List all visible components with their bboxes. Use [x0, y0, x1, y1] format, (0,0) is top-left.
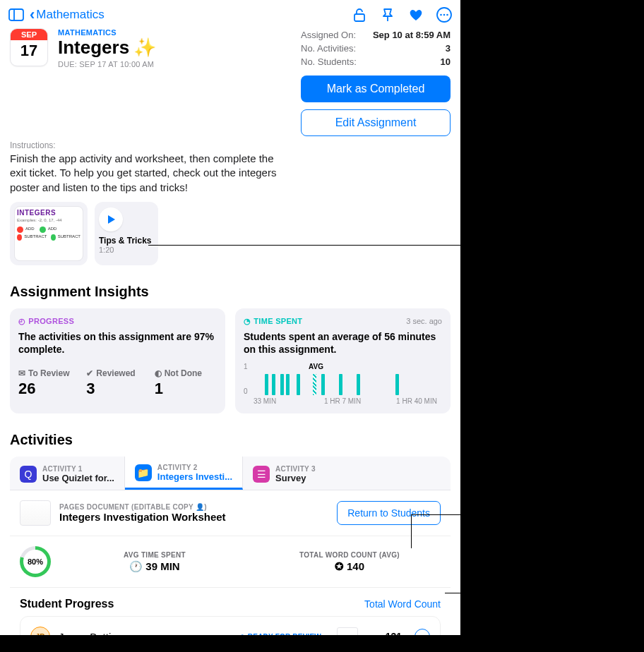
edit-assignment-button[interactable]: Edit Assignment	[301, 109, 451, 136]
due-label: DUE: SEP 17 AT 10:00 AM	[58, 60, 291, 68]
meta-students-val: 10	[441, 56, 451, 67]
tips-attachment[interactable]: Tips & Tricks 1:20	[95, 202, 158, 265]
not-done-val: 1	[155, 380, 217, 398]
tab-activity-3[interactable]: ☰ ACTIVITY 3 Survey	[243, 457, 356, 490]
more-icon[interactable]	[436, 7, 452, 23]
tips-duration: 1:20	[99, 246, 154, 254]
tab-num-1: ACTIVITY 1	[42, 465, 114, 473]
doc-title: Integers Investigation Worksheet	[59, 511, 328, 523]
heart-icon[interactable]	[408, 7, 424, 23]
progress-pct: 80%	[28, 557, 43, 566]
time-chart: 1 0 AVG 33 MIN 1 HR 7 MIN 1 HR 40 MIN	[244, 363, 442, 405]
back-button[interactable]: ‹ Mathematics	[30, 6, 105, 24]
half-icon: ◐	[155, 368, 162, 378]
to-review-lbl: To Review	[28, 368, 69, 378]
progress-body: The activities on this assignment are 97…	[18, 330, 217, 356]
student-progress-heading: Student Progress	[20, 598, 114, 610]
doc-type: PAGES DOCUMENT (EDITABLE COPY 👤)	[59, 503, 328, 511]
activities-heading: Activities	[0, 426, 460, 454]
progress-icon: ◴	[18, 317, 25, 326]
time-since: 3 sec. ago	[406, 317, 442, 325]
return-students-button[interactable]: Return to Students	[337, 501, 441, 525]
avg-word-val: 140	[347, 560, 364, 572]
instructions-body: Finish the app activity and worksheet, t…	[0, 152, 282, 202]
mark-completed-button[interactable]: Mark as Completed	[301, 76, 451, 102]
calendar-badge: SEP 17	[10, 28, 48, 66]
tab-num-3: ACTIVITY 3	[275, 465, 316, 473]
tab-num-2: ACTIVITY 2	[157, 464, 232, 471]
meta-assigned-lbl: Assigned On:	[301, 30, 356, 40]
doc-thumb	[20, 500, 51, 526]
badge-icon: ✪	[335, 560, 344, 573]
page-title: Integers	[58, 37, 129, 59]
time-header: TIME SPENT	[254, 317, 302, 325]
poster-attachment[interactable]: INTEGERS Examples: -2, 0, 17, -44 ADD AD…	[10, 202, 88, 265]
inbox-icon: ✉	[18, 368, 25, 378]
svg-rect-2	[354, 14, 364, 21]
sparkle-icon: ✨	[133, 37, 156, 59]
pin-icon[interactable]	[380, 7, 395, 23]
chevron-left-icon: ‹	[30, 6, 35, 24]
subject-badge: MATHEMATICS	[58, 28, 291, 37]
tab-name-2: Integers Investi...	[157, 471, 232, 482]
tab-name-1: Use Quizlet for...	[42, 473, 114, 483]
back-label: Mathematics	[36, 8, 104, 22]
clock-icon-small: 🕐	[129, 560, 143, 573]
lock-open-icon[interactable]	[352, 7, 367, 23]
tab-activity-2[interactable]: 📁 ACTIVITY 2 Integers Investi...	[125, 457, 243, 490]
insights-heading: Assignment Insights	[0, 278, 460, 306]
svg-point-6	[446, 14, 448, 16]
to-review-val: 26	[18, 380, 80, 398]
instructions-label: Instructions:	[0, 136, 460, 152]
meta-activities-lbl: No. Activities:	[301, 43, 356, 54]
meta-activities-val: 3	[446, 43, 451, 54]
reviewed-val: 3	[86, 380, 148, 398]
avg-word-lbl: TOTAL WORD COUNT (AVG)	[258, 551, 441, 559]
tab-activity-1[interactable]: Q ACTIVITY 1 Use Quizlet for...	[10, 457, 125, 490]
play-icon	[99, 207, 123, 231]
progress-card[interactable]: ◴ PROGRESS The activities on this assign…	[10, 308, 225, 413]
quizlet-icon: Q	[20, 466, 37, 483]
progress-header: PROGRESS	[28, 317, 74, 325]
svg-point-4	[440, 14, 442, 16]
check-icon: ✔	[86, 368, 93, 378]
poster-title: INTEGERS	[17, 209, 80, 217]
not-done-lbl: Not Done	[165, 368, 202, 378]
survey-icon: ☰	[253, 466, 270, 483]
time-body: Students spent an average of 56 minutes …	[244, 330, 442, 356]
total-word-count-link[interactable]: Total Word Count	[364, 598, 441, 610]
avg-time-lbl: AVG TIME SPENT	[64, 551, 246, 559]
clock-icon: ◔	[244, 317, 251, 326]
calendar-month: SEP	[11, 29, 47, 40]
svg-rect-0	[9, 9, 23, 20]
avg-marker: AVG	[309, 363, 323, 370]
meta-assigned-val: Sep 10 at 8:59 AM	[373, 30, 451, 40]
tips-title: Tips & Tricks	[99, 236, 154, 246]
tab-name-3: Survey	[275, 473, 316, 483]
calendar-day: 17	[20, 40, 37, 60]
progress-ring: 80%	[20, 546, 51, 577]
svg-point-5	[443, 14, 446, 16]
meta-students-lbl: No. Students:	[301, 56, 357, 67]
reviewed-lbl: Reviewed	[96, 368, 135, 378]
sidebar-toggle-icon[interactable]	[8, 7, 24, 23]
folder-icon: 📁	[135, 464, 152, 481]
time-card[interactable]: ◔ TIME SPENT 3 sec. ago Students spent a…	[235, 308, 451, 413]
avg-time-val: 39 MIN	[145, 560, 179, 572]
